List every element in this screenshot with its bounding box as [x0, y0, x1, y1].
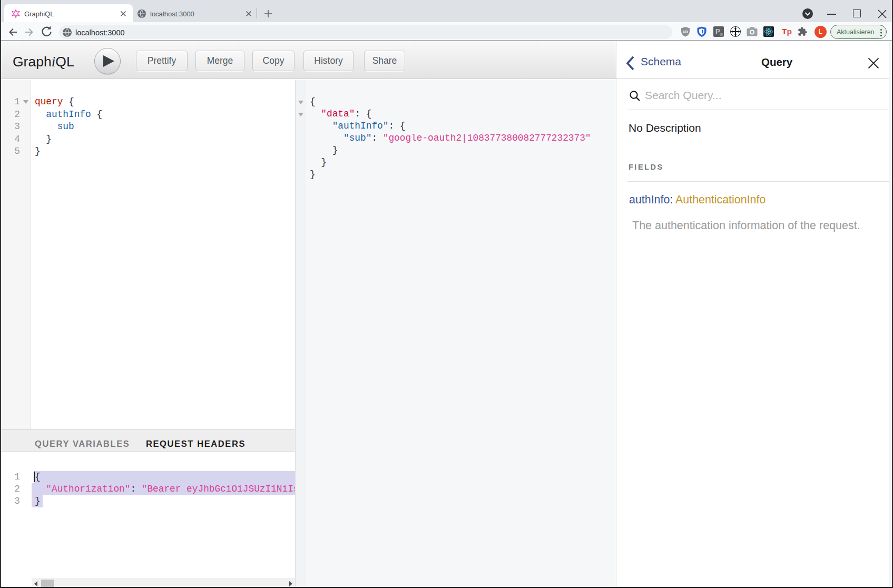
svg-text:UD: UD: [683, 30, 688, 34]
